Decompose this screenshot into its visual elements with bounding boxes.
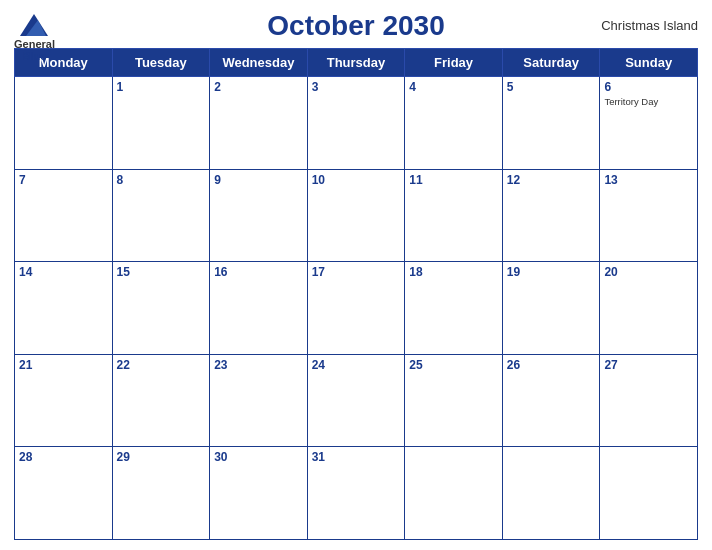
region-label: Christmas Island bbox=[601, 18, 698, 33]
calendar-title: October 2030 bbox=[267, 10, 444, 42]
day-cell: 25 bbox=[405, 354, 503, 447]
day-number: 15 bbox=[117, 265, 206, 279]
day-cell: 8 bbox=[112, 169, 210, 262]
day-number: 19 bbox=[507, 265, 596, 279]
week-row-2: 78910111213 bbox=[15, 169, 698, 262]
day-number: 1 bbox=[117, 80, 206, 94]
day-number: 14 bbox=[19, 265, 108, 279]
day-number: 25 bbox=[409, 358, 498, 372]
day-cell: 19 bbox=[502, 262, 600, 355]
day-cell bbox=[405, 447, 503, 540]
day-cell: 2 bbox=[210, 77, 308, 170]
day-cell: 27 bbox=[600, 354, 698, 447]
calendar-header: General Blue October 2030 Christmas Isla… bbox=[14, 10, 698, 42]
day-number: 18 bbox=[409, 265, 498, 279]
calendar-title-area: October 2030 bbox=[267, 10, 444, 42]
day-cell: 3 bbox=[307, 77, 405, 170]
week-row-4: 21222324252627 bbox=[15, 354, 698, 447]
day-number: 28 bbox=[19, 450, 108, 464]
day-number: 30 bbox=[214, 450, 303, 464]
day-number: 3 bbox=[312, 80, 401, 94]
day-number: 9 bbox=[214, 173, 303, 187]
day-cell: 18 bbox=[405, 262, 503, 355]
day-number: 11 bbox=[409, 173, 498, 187]
logo-blue: Blue bbox=[23, 50, 47, 62]
day-cell: 15 bbox=[112, 262, 210, 355]
logo-area: General Blue bbox=[14, 10, 55, 62]
day-cell bbox=[15, 77, 113, 170]
day-cell: 9 bbox=[210, 169, 308, 262]
day-cell: 26 bbox=[502, 354, 600, 447]
week-row-5: 28293031 bbox=[15, 447, 698, 540]
day-header-wednesday: Wednesday bbox=[210, 49, 308, 77]
day-header-row: MondayTuesdayWednesdayThursdayFridaySatu… bbox=[15, 49, 698, 77]
day-cell: 6Territory Day bbox=[600, 77, 698, 170]
logo-icon bbox=[16, 10, 52, 38]
day-number: 10 bbox=[312, 173, 401, 187]
day-number: 17 bbox=[312, 265, 401, 279]
day-number: 22 bbox=[117, 358, 206, 372]
day-number: 21 bbox=[19, 358, 108, 372]
day-number: 24 bbox=[312, 358, 401, 372]
day-number: 2 bbox=[214, 80, 303, 94]
day-header-friday: Friday bbox=[405, 49, 503, 77]
day-number: 31 bbox=[312, 450, 401, 464]
day-cell bbox=[502, 447, 600, 540]
day-number: 23 bbox=[214, 358, 303, 372]
day-number: 5 bbox=[507, 80, 596, 94]
day-cell: 1 bbox=[112, 77, 210, 170]
day-cell: 28 bbox=[15, 447, 113, 540]
day-header-thursday: Thursday bbox=[307, 49, 405, 77]
day-cell: 7 bbox=[15, 169, 113, 262]
day-number: 7 bbox=[19, 173, 108, 187]
day-cell: 12 bbox=[502, 169, 600, 262]
day-number: 16 bbox=[214, 265, 303, 279]
day-number: 13 bbox=[604, 173, 693, 187]
logo-general: General bbox=[14, 38, 55, 50]
day-cell bbox=[600, 447, 698, 540]
day-cell: 10 bbox=[307, 169, 405, 262]
day-header-sunday: Sunday bbox=[600, 49, 698, 77]
day-cell: 5 bbox=[502, 77, 600, 170]
day-number: 8 bbox=[117, 173, 206, 187]
day-cell: 24 bbox=[307, 354, 405, 447]
day-number: 12 bbox=[507, 173, 596, 187]
day-cell: 29 bbox=[112, 447, 210, 540]
day-cell: 14 bbox=[15, 262, 113, 355]
day-event: Territory Day bbox=[604, 96, 693, 107]
calendar-wrapper: General Blue October 2030 Christmas Isla… bbox=[0, 0, 712, 550]
day-cell: 13 bbox=[600, 169, 698, 262]
day-cell: 11 bbox=[405, 169, 503, 262]
day-number: 4 bbox=[409, 80, 498, 94]
day-cell: 22 bbox=[112, 354, 210, 447]
day-cell: 30 bbox=[210, 447, 308, 540]
day-header-tuesday: Tuesday bbox=[112, 49, 210, 77]
calendar-table: MondayTuesdayWednesdayThursdayFridaySatu… bbox=[14, 48, 698, 540]
day-number: 20 bbox=[604, 265, 693, 279]
day-cell: 17 bbox=[307, 262, 405, 355]
week-row-1: 123456Territory Day bbox=[15, 77, 698, 170]
day-cell: 21 bbox=[15, 354, 113, 447]
day-cell: 4 bbox=[405, 77, 503, 170]
week-row-3: 14151617181920 bbox=[15, 262, 698, 355]
day-header-saturday: Saturday bbox=[502, 49, 600, 77]
day-number: 27 bbox=[604, 358, 693, 372]
day-number: 29 bbox=[117, 450, 206, 464]
day-cell: 16 bbox=[210, 262, 308, 355]
day-cell: 31 bbox=[307, 447, 405, 540]
day-cell: 20 bbox=[600, 262, 698, 355]
day-cell: 23 bbox=[210, 354, 308, 447]
day-number: 26 bbox=[507, 358, 596, 372]
day-number: 6 bbox=[604, 80, 693, 94]
